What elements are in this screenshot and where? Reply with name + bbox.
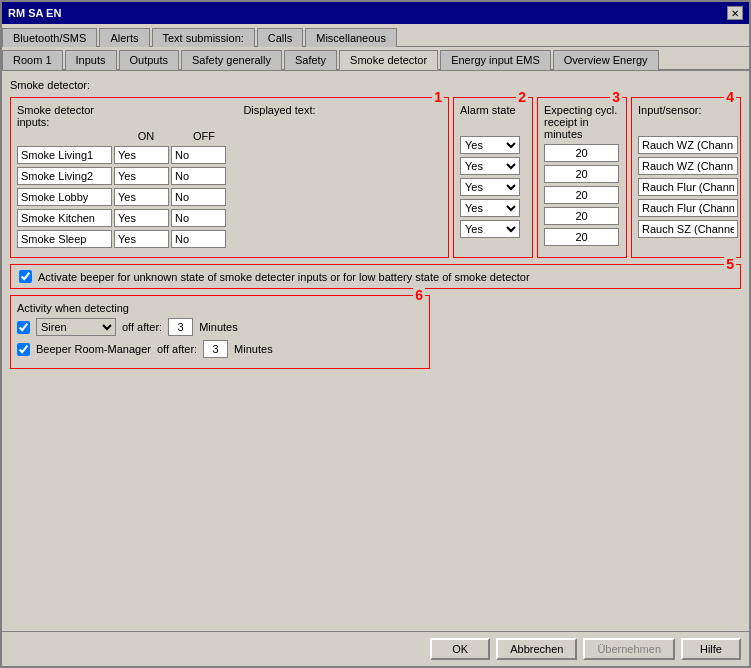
col-inputs-label: Smoke detector inputs: bbox=[17, 104, 117, 128]
abbrechen-button[interactable]: Abbrechen bbox=[496, 638, 577, 660]
sensor-val-1[interactable] bbox=[638, 136, 738, 154]
sensor-val-4[interactable] bbox=[638, 199, 738, 217]
cycl-input-2[interactable] bbox=[544, 165, 619, 183]
smoke-on-4[interactable] bbox=[114, 209, 169, 227]
smoke-off-3[interactable] bbox=[171, 188, 226, 206]
section2-header: Alarm state bbox=[460, 104, 526, 132]
smoke-on-5[interactable] bbox=[114, 230, 169, 248]
footer: OK Abbrechen Übernehmen Hilfe bbox=[2, 631, 749, 666]
tab-row-1: Bluetooth/SMS Alerts Text submission: Ca… bbox=[2, 24, 749, 47]
activity-label: Activity when detecting bbox=[17, 302, 423, 314]
uebernehmen-button[interactable]: Übernehmen bbox=[583, 638, 675, 660]
title-bar: RM SA EN ✕ bbox=[2, 2, 749, 24]
activity-checkbox-1[interactable] bbox=[17, 321, 30, 334]
section4-header: Input/sensor: bbox=[638, 104, 734, 132]
tab-safety-generally[interactable]: Safety generally bbox=[181, 50, 282, 70]
alarm-select-4[interactable]: YesNo bbox=[460, 199, 520, 217]
siren-off-after-input[interactable] bbox=[168, 318, 193, 336]
tab-calls[interactable]: Calls bbox=[257, 28, 303, 47]
cycl-input-3[interactable] bbox=[544, 186, 619, 204]
smoke-on-3[interactable] bbox=[114, 188, 169, 206]
close-button[interactable]: ✕ bbox=[727, 6, 743, 20]
off-label: OFF bbox=[175, 130, 233, 142]
section2-number: 2 bbox=[516, 89, 528, 105]
smoke-off-4[interactable] bbox=[171, 209, 226, 227]
content-area: Smoke detector: 1 Smoke detector inputs:… bbox=[2, 71, 749, 631]
section3-box: 3 Expecting cycl. receipt in minutes bbox=[537, 97, 627, 258]
section3-number: 3 bbox=[610, 89, 622, 105]
on-label: ON bbox=[117, 130, 175, 142]
tab-miscellaneous[interactable]: Miscellaneous bbox=[305, 28, 397, 47]
off-after-label-2: off after: bbox=[157, 343, 197, 355]
activity-row-1: Siren off after: Minutes bbox=[17, 318, 423, 336]
sensor-val-3[interactable] bbox=[638, 178, 738, 196]
tab-smoke-detector[interactable]: Smoke detector bbox=[339, 50, 438, 70]
hilfe-button[interactable]: Hilfe bbox=[681, 638, 741, 660]
section4-number: 4 bbox=[724, 89, 736, 105]
table-row bbox=[17, 209, 442, 227]
cycl-col bbox=[544, 144, 620, 246]
alarm-select-1[interactable]: YesNo bbox=[460, 136, 520, 154]
main-window: RM SA EN ✕ Bluetooth/SMS Alerts Text sub… bbox=[0, 0, 751, 668]
smoke-name-2[interactable] bbox=[17, 167, 112, 185]
smoke-on-1[interactable] bbox=[114, 146, 169, 164]
section2-box: 2 Alarm state YesNo YesNo YesNo YesNo Ye… bbox=[453, 97, 533, 258]
activity-checkbox-2[interactable] bbox=[17, 343, 30, 356]
displayed-text-header: Displayed text: bbox=[117, 104, 442, 128]
section3-header: Expecting cycl. receipt in minutes bbox=[544, 104, 620, 140]
smoke-name-3[interactable] bbox=[17, 188, 112, 206]
section5-box: 5 Activate beeper for unknown state of s… bbox=[10, 264, 741, 289]
smoke-detector-label: Smoke detector: bbox=[10, 79, 741, 91]
smoke-off-5[interactable] bbox=[171, 230, 226, 248]
sensor-val-5[interactable] bbox=[638, 220, 738, 238]
tab-outputs[interactable]: Outputs bbox=[119, 50, 180, 70]
beeper-label: Beeper Room-Manager bbox=[36, 343, 151, 355]
tab-row-2: Room 1 Inputs Outputs Safety generally S… bbox=[2, 47, 749, 71]
off-after-label-1: off after: bbox=[122, 321, 162, 333]
section5-checkbox[interactable] bbox=[19, 270, 32, 283]
minutes-label-1: Minutes bbox=[199, 321, 238, 333]
section5-number: 5 bbox=[724, 256, 736, 272]
cycl-input-5[interactable] bbox=[544, 228, 619, 246]
sensor-val-2[interactable] bbox=[638, 157, 738, 175]
sensor-col bbox=[638, 136, 734, 238]
section6-box: 6 Activity when detecting Siren off afte… bbox=[10, 295, 430, 369]
section1-number: 1 bbox=[432, 89, 444, 105]
tab-overview-energy[interactable]: Overview Energy bbox=[553, 50, 659, 70]
table-row bbox=[17, 188, 442, 206]
table-row bbox=[17, 167, 442, 185]
tab-energy-input-ems[interactable]: Energy input EMS bbox=[440, 50, 551, 70]
ok-button[interactable]: OK bbox=[430, 638, 490, 660]
tab-room1[interactable]: Room 1 bbox=[2, 50, 63, 70]
section1-box: 1 Smoke detector inputs: Displayed text:… bbox=[10, 97, 449, 258]
alarm-select-3[interactable]: YesNo bbox=[460, 178, 520, 196]
smoke-off-1[interactable] bbox=[171, 146, 226, 164]
cycl-input-4[interactable] bbox=[544, 207, 619, 225]
table-row bbox=[17, 146, 442, 164]
main-sections: 1 Smoke detector inputs: Displayed text:… bbox=[10, 97, 741, 258]
beeper-off-after-input[interactable] bbox=[203, 340, 228, 358]
alarm-select-2[interactable]: YesNo bbox=[460, 157, 520, 175]
tab-alerts[interactable]: Alerts bbox=[99, 28, 149, 47]
tab-bluetooth[interactable]: Bluetooth/SMS bbox=[2, 28, 97, 47]
alarm-select-5[interactable]: YesNo bbox=[460, 220, 520, 238]
smoke-off-2[interactable] bbox=[171, 167, 226, 185]
section6-number: 6 bbox=[413, 287, 425, 303]
section5-label: Activate beeper for unknown state of smo… bbox=[38, 271, 530, 283]
smoke-on-2[interactable] bbox=[114, 167, 169, 185]
smoke-name-5[interactable] bbox=[17, 230, 112, 248]
activity-row-2: Beeper Room-Manager off after: Minutes bbox=[17, 340, 423, 358]
tab-text-submission[interactable]: Text submission: bbox=[152, 28, 255, 47]
section4-box: 4 Input/sensor: bbox=[631, 97, 741, 258]
tab-inputs[interactable]: Inputs bbox=[65, 50, 117, 70]
smoke-name-4[interactable] bbox=[17, 209, 112, 227]
window-title: RM SA EN bbox=[8, 7, 61, 19]
table-row bbox=[17, 230, 442, 248]
siren-select[interactable]: Siren bbox=[36, 318, 116, 336]
cycl-input-1[interactable] bbox=[544, 144, 619, 162]
smoke-name-1[interactable] bbox=[17, 146, 112, 164]
minutes-label-2: Minutes bbox=[234, 343, 273, 355]
tab-safety[interactable]: Safety bbox=[284, 50, 337, 70]
alarm-col: YesNo YesNo YesNo YesNo YesNo bbox=[460, 136, 526, 238]
